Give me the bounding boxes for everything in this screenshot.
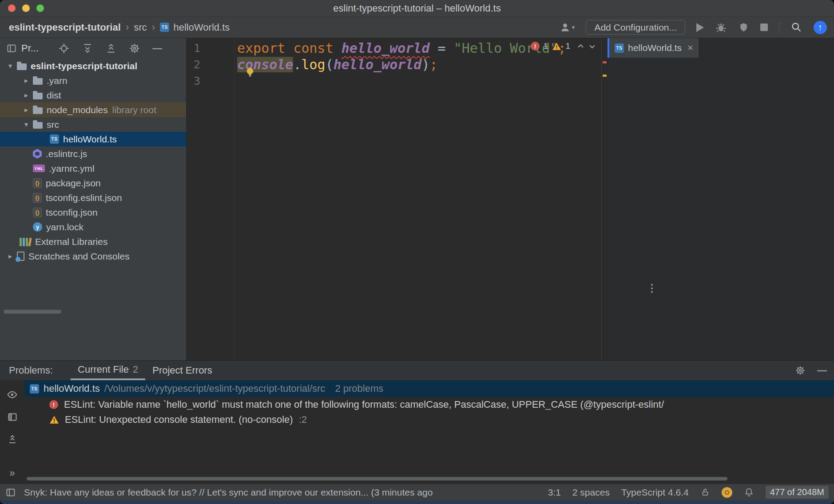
tree-item-node-modules[interactable]: ▸ node_modules library root [0, 102, 186, 117]
indent-widget[interactable]: 2 spaces [572, 487, 610, 498]
error-highlighted-identifier: hello_world [342, 40, 430, 56]
problems-header: Problems: Current File 2 Project Errors … [0, 361, 834, 380]
ide-update-button[interactable]: ↑ [814, 21, 827, 34]
folder-icon [17, 63, 27, 70]
profile-menu[interactable]: ▾ [559, 21, 575, 33]
language-version-widget[interactable]: TypeScript 4.6.4 [621, 487, 689, 498]
chevron-right-icon[interactable]: ▸ [20, 106, 33, 114]
caret-position-widget[interactable]: 3:1 [548, 487, 561, 498]
chevron-down-icon[interactable]: ▾ [4, 62, 17, 70]
error-icon [49, 400, 58, 409]
locate-file-icon[interactable] [58, 43, 70, 54]
stop-button[interactable] [760, 24, 768, 31]
chevron-down-icon[interactable]: ▾ [20, 120, 33, 129]
breadcrumb-project[interactable]: eslint-typescript-tutorial [9, 22, 121, 33]
typescript-file-icon [30, 384, 39, 394]
json-file-icon [33, 208, 42, 217]
chevron-right-icon[interactable]: ▸ [20, 91, 33, 99]
project-panel-title[interactable]: Pr... [21, 43, 39, 54]
tree-item-helloworld-ts[interactable]: helloWorld.ts [0, 132, 186, 146]
tree-item-yarnrc[interactable]: .yarnrc.yml [0, 161, 186, 176]
editor-tab-helloworld[interactable]: helloWorld.ts × [608, 38, 699, 58]
warning-icon [49, 415, 59, 424]
breadcrumb-file[interactable]: helloWorld.ts [173, 22, 230, 33]
expand-all-icon[interactable] [82, 43, 93, 54]
yaml-file-icon [33, 165, 45, 172]
json-file-icon [33, 193, 42, 203]
problem-row-warning[interactable]: ESLint: Unexpected console statement. (n… [24, 412, 834, 427]
tree-item-eslintrc[interactable]: .eslintrc.js [0, 146, 186, 161]
toolbar-actions: ▾ Add Configuration... ↑ [559, 20, 827, 35]
project-tree: ▾ eslint-typescript-tutorial ▸ .yarn ▸ d… [0, 59, 186, 264]
tool-window-layout-icon[interactable] [5, 487, 16, 498]
chevron-right-icon[interactable]: ▸ [4, 252, 17, 260]
tree-item-dist[interactable]: ▸ dist [0, 88, 186, 102]
memory-indicator[interactable]: 477 of 2048M [766, 486, 829, 499]
gear-icon[interactable] [795, 365, 806, 376]
more-options-icon[interactable] [651, 284, 653, 293]
hide-panel-button[interactable]: — [152, 43, 162, 53]
breadcrumb-folder[interactable]: src [134, 22, 147, 33]
problems-horizontal-scrollbar[interactable] [27, 477, 727, 480]
tree-item-external-libraries[interactable]: External Libraries [0, 234, 186, 249]
status-bar: Snyk: Have any ideas or feedback for us?… [0, 484, 834, 500]
tree-item-src[interactable]: ▾ src [0, 117, 186, 132]
error-count: 1 [544, 41, 548, 51]
tree-item-tsconfig-eslint[interactable]: tsconfig.eslint.json [0, 190, 186, 205]
run-button[interactable] [696, 23, 704, 32]
editor-gutter[interactable]: 1 2 3 [187, 38, 234, 360]
debug-button[interactable] [715, 21, 727, 33]
coverage-button[interactable] [738, 21, 749, 33]
scratches-icon [17, 252, 24, 261]
project-panel: Pr... — [0, 38, 187, 360]
tree-item-tsconfig[interactable]: tsconfig.json [0, 205, 186, 220]
line-number[interactable]: 1 [194, 40, 234, 56]
editor[interactable]: 1 2 3 export const hello_world = "Hello … [187, 38, 601, 360]
editor-area: 1 2 3 export const hello_world = "Hello … [187, 38, 834, 360]
tab-current-file[interactable]: Current File 2 [71, 361, 145, 380]
collapse-all-icon[interactable] [7, 434, 18, 445]
warning-stripe-mark[interactable] [603, 75, 607, 77]
add-configuration-button[interactable]: Add Configuration... [586, 20, 685, 35]
error-stripe[interactable] [601, 38, 608, 360]
problem-row-error[interactable]: ESLint: Variable name `hello_world` must… [24, 397, 834, 412]
intention-bulb-icon[interactable] [244, 67, 256, 79]
close-tab-icon[interactable]: × [687, 42, 693, 54]
project-horizontal-scrollbar[interactable] [4, 310, 61, 314]
lock-icon[interactable] [700, 487, 710, 497]
close-window-button[interactable] [8, 4, 16, 12]
background-task-icon[interactable] [722, 487, 732, 498]
tree-item-scratches[interactable]: ▸ Scratches and Consoles [0, 249, 186, 264]
tree-item-package-json[interactable]: package.json [0, 176, 186, 190]
tree-item-yarn-lock[interactable]: yarn.lock [0, 220, 186, 234]
tree-item-project-root[interactable]: ▾ eslint-typescript-tutorial [0, 59, 186, 73]
tree-item-yarn[interactable]: ▸ .yarn [0, 73, 186, 88]
typescript-file-icon [160, 23, 169, 32]
status-message[interactable]: Snyk: Have any ideas or feedback for us?… [24, 487, 540, 498]
hide-panel-button[interactable]: — [817, 366, 827, 375]
minimize-window-button[interactable] [22, 4, 30, 12]
problems-file-group[interactable]: helloWorld.ts /Volumes/v/yytypescript/es… [24, 380, 834, 397]
previous-problem-button[interactable] [577, 43, 584, 50]
typescript-file-icon [615, 43, 624, 53]
more-actions-icon[interactable]: » [9, 467, 15, 479]
zoom-window-button[interactable] [36, 4, 44, 12]
gear-icon[interactable] [129, 43, 140, 54]
chevron-right-icon[interactable]: ▸ [20, 76, 33, 85]
inspections-widget[interactable]: 1 1 [531, 41, 596, 51]
notifications-bell-icon[interactable] [744, 487, 754, 497]
next-problem-button[interactable] [588, 43, 596, 50]
tab-project-errors[interactable]: Project Errors [145, 361, 219, 380]
line-number[interactable]: 2 [194, 56, 234, 73]
problems-panel-title[interactable]: Problems: [9, 365, 53, 376]
error-stripe-mark[interactable] [603, 61, 607, 63]
search-everywhere-button[interactable] [790, 21, 802, 33]
preview-eye-icon[interactable] [7, 389, 18, 400]
line-number[interactable]: 3 [194, 73, 234, 89]
collapse-all-icon[interactable] [105, 43, 117, 54]
window-title: eslint-typescript-tutorial – helloWorld.… [333, 3, 500, 14]
library-root-badge: library root [112, 105, 156, 115]
open-preview-icon[interactable] [7, 412, 18, 422]
code-line-2: console.log(hello_world); [237, 56, 601, 73]
code-area[interactable]: export const hello_world = "Hello World"… [234, 38, 601, 360]
